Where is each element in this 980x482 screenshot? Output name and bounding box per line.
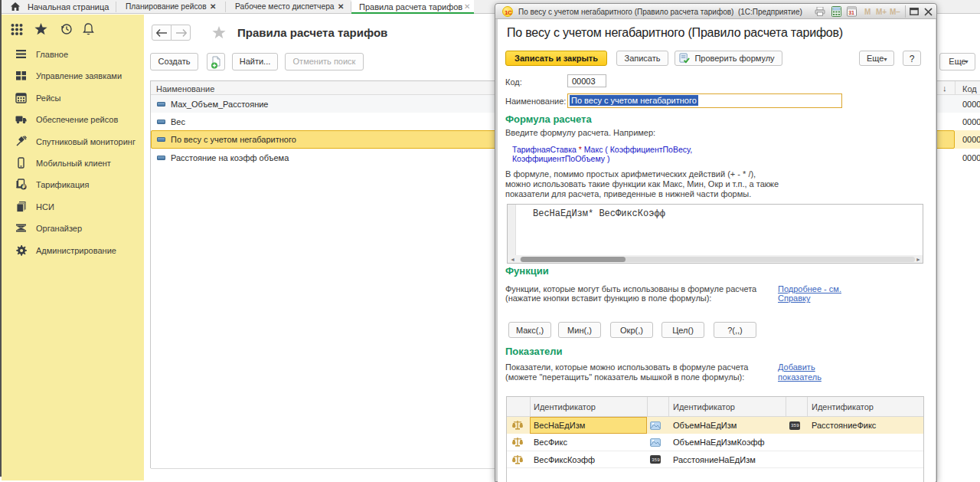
svg-text:31: 31 bbox=[848, 10, 854, 15]
